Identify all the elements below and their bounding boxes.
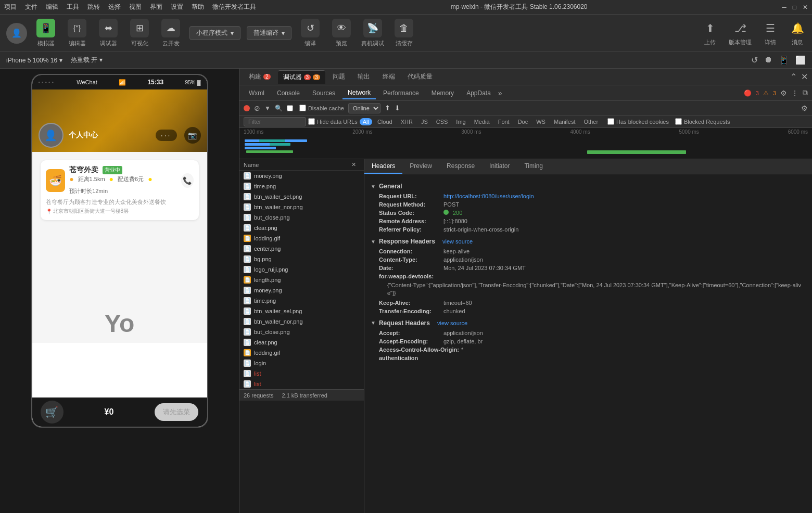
detail-tab-timing[interactable]: Timing <box>517 159 550 174</box>
sub-tab-performance[interactable]: Performance <box>378 87 424 99</box>
tab-output[interactable]: 输出 <box>352 70 375 83</box>
request-headers-collapse-icon[interactable]: ▼ <box>371 320 376 326</box>
hide-data-urls-checkbox[interactable]: Hide data URLs <box>308 118 358 125</box>
filter-tag-doc[interactable]: Doc <box>515 118 531 125</box>
file-item-length[interactable]: 📄 length.png <box>239 275 364 285</box>
file-item-money-2[interactable]: 📄 money.png <box>239 285 364 296</box>
avatar-button[interactable]: 👤 <box>6 23 27 44</box>
clear-cache-button[interactable]: 🗑 清缓存 <box>391 19 416 47</box>
view-response-source-link[interactable]: view source <box>442 238 473 245</box>
file-item-lodding-2[interactable]: 📄 lodding.gif <box>239 348 364 358</box>
menu-item-jump[interactable]: 跳转 <box>87 3 100 11</box>
message-button[interactable]: 🔔 消息 <box>789 20 806 46</box>
sub-tab-sources[interactable]: Sources <box>307 87 340 99</box>
detail-tab-initiator[interactable]: Initiator <box>482 159 517 174</box>
file-item-clear-2[interactable]: 📄 clear.png <box>239 337 364 348</box>
upload-button[interactable]: ⬆ 上传 <box>702 20 718 46</box>
menu-item-select[interactable]: 选择 <box>108 3 121 11</box>
maximize-button[interactable]: □ <box>793 4 796 11</box>
cart-icon[interactable]: 🛒 <box>41 401 64 424</box>
filter-tag-manifest[interactable]: Manifest <box>551 118 579 125</box>
blocked-cookies-input[interactable] <box>607 118 614 125</box>
close-devtools-icon[interactable]: ✕ <box>801 72 808 82</box>
more-button[interactable]: ··· <box>156 130 177 141</box>
simulator-button[interactable]: 📱 模拟器 <box>33 19 58 47</box>
tab-debugger[interactable]: 调试器 3 3 <box>278 70 325 84</box>
device-debug-button[interactable]: 📡 真机调试 <box>360 19 385 47</box>
tab-terminal[interactable]: 终端 <box>377 70 400 83</box>
record-icon[interactable]: ⏺ <box>764 55 772 65</box>
filter-tag-ws[interactable]: WS <box>533 118 549 125</box>
order-button[interactable]: 请先选菜 <box>155 403 198 421</box>
filter-tag-media[interactable]: Media <box>471 118 493 125</box>
throttle-select[interactable]: Online <box>348 103 380 113</box>
refresh-icon[interactable]: ↺ <box>751 55 758 65</box>
view-request-source-link[interactable]: view source <box>437 320 467 326</box>
blocked-requests-input[interactable] <box>675 118 682 125</box>
detail-tab-headers[interactable]: Headers <box>364 159 402 174</box>
disable-cache-input[interactable] <box>299 105 306 111</box>
file-item-time-1[interactable]: 📄 time.png <box>239 181 364 191</box>
device-selector[interactable]: iPhone 5 100% 16 ▾ <box>6 57 62 64</box>
file-item-but-close-1[interactable]: 📄 but_close.png <box>239 212 364 223</box>
close-column-icon[interactable]: ✕ <box>351 161 360 168</box>
sub-tab-wxml[interactable]: Wxml <box>244 87 270 99</box>
detail-tab-preview[interactable]: Preview <box>402 159 439 174</box>
filter-tag-img[interactable]: Img <box>453 118 468 125</box>
call-button[interactable]: 📞 <box>181 173 194 188</box>
preview-button[interactable]: 👁 预览 <box>329 19 354 47</box>
filter-tag-js[interactable]: JS <box>418 118 431 125</box>
sub-tab-network[interactable]: Network <box>342 87 376 99</box>
version-button[interactable]: ⎇ 版本管理 <box>729 20 752 46</box>
file-item-btn-waiter-nor-1[interactable]: 📄 btn_waiter_nor.png <box>239 202 364 212</box>
response-headers-collapse-icon[interactable]: ▼ <box>371 239 376 245</box>
file-item-list-2[interactable]: 📄 list <box>239 379 364 389</box>
tab-issues[interactable]: 问题 <box>327 70 350 83</box>
file-item-login[interactable]: 📄 login <box>239 358 364 368</box>
file-item-list-1[interactable]: 📄 list <box>239 368 364 379</box>
debugger-button[interactable]: ⬌ 调试器 <box>96 19 121 47</box>
menu-item-settings[interactable]: 设置 <box>171 3 183 11</box>
file-item-center[interactable]: 📄 center.png <box>239 243 364 254</box>
menu-item-interface[interactable]: 界面 <box>150 3 162 11</box>
more-sub-tabs-icon[interactable]: » <box>498 89 502 97</box>
menu-item-project[interactable]: 项目 <box>4 3 17 11</box>
record-button[interactable] <box>244 105 250 111</box>
file-item-clear-1[interactable]: 📄 clear.png <box>239 223 364 233</box>
detach-icon[interactable]: ⧉ <box>803 88 808 97</box>
file-item-logo-ruiji[interactable]: 📄 logo_ruiji.png <box>239 264 364 275</box>
menu-item-tools[interactable]: 工具 <box>67 3 79 11</box>
menu-item-wechat-tools[interactable]: 微信开发者工具 <box>212 3 256 11</box>
detail-button[interactable]: ☰ 详情 <box>762 20 779 46</box>
file-item-but-close-2[interactable]: 📄 but_close.png <box>239 327 364 337</box>
preserve-log-checkbox[interactable] <box>287 105 295 111</box>
hot-reload-toggle[interactable]: 热重载 开 ▾ <box>71 56 103 65</box>
search-icon[interactable]: 🔍 <box>275 105 283 112</box>
file-item-btn-waiter-nor-2[interactable]: 📄 btn_waiter_nor.png <box>239 316 364 327</box>
more-options-icon[interactable]: ⋮ <box>791 89 798 97</box>
expand-icon[interactable]: ⌃ <box>790 72 797 82</box>
visualize-button[interactable]: ⊞ 可视化 <box>127 19 152 47</box>
filter-tag-css[interactable]: CSS <box>433 118 451 125</box>
tab-build[interactable]: 构建 2 <box>244 70 276 83</box>
editor-button[interactable]: {"} 编辑器 <box>65 19 90 47</box>
filter-tag-font[interactable]: Font <box>495 118 513 125</box>
file-item-btn-waiter-sel-2[interactable]: 📄 btn_waiter_sel.png <box>239 306 364 316</box>
file-item-btn-waiter-sel-1[interactable]: 📄 btn_waiter_sel.png <box>239 191 364 202</box>
preserve-log-input[interactable] <box>287 105 293 111</box>
tab-code-quality[interactable]: 代码质量 <box>402 70 438 83</box>
has-blocked-cookies[interactable]: Has blocked cookies <box>607 118 669 125</box>
settings-icon[interactable]: ⚙ <box>780 89 787 97</box>
file-item-lodding-1[interactable]: 📄 lodding.gif <box>239 233 364 243</box>
sub-tab-appdata[interactable]: AppData <box>461 87 496 99</box>
menu-item-help[interactable]: 帮助 <box>192 3 204 11</box>
blocked-requests-checkbox[interactable]: Blocked Requests <box>675 118 730 125</box>
menu-item-edit[interactable]: 编辑 <box>46 3 58 11</box>
compile-select[interactable]: 普通编译 ▾ <box>247 26 291 40</box>
general-collapse-icon[interactable]: ▼ <box>371 184 376 189</box>
hide-data-urls-input[interactable] <box>308 118 315 125</box>
close-button[interactable]: ✕ <box>803 4 808 11</box>
minimize-button[interactable]: ─ <box>782 4 786 11</box>
file-item-time-2[interactable]: 📄 time.png <box>239 296 364 306</box>
sub-tab-memory[interactable]: Memory <box>426 87 459 99</box>
